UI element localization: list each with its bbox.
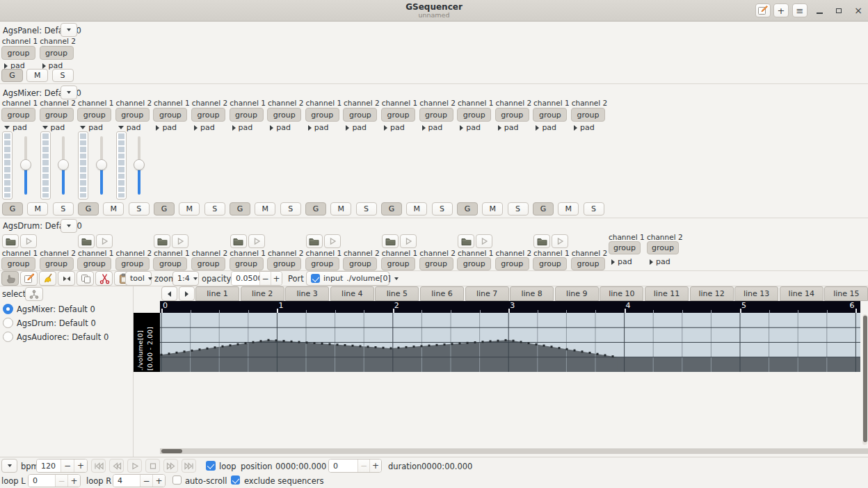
tab-scroll-left-button[interactable]: [161, 286, 177, 301]
slider-handle[interactable]: [134, 159, 145, 170]
pad-expander[interactable]: pad: [308, 123, 329, 132]
tab-scroll-right-button[interactable]: [179, 286, 195, 301]
group-button[interactable]: group: [153, 257, 187, 270]
run-pattern-button[interactable]: [476, 234, 492, 248]
gms-g-button[interactable]: G: [154, 202, 175, 215]
timeline-ruler[interactable]: 0123456: [160, 301, 860, 313]
port-select[interactable]: input ./volume[0]: [306, 271, 389, 286]
group-button[interactable]: group: [419, 108, 453, 122]
group-button[interactable]: group: [343, 108, 377, 122]
gms-s-button[interactable]: S: [280, 202, 301, 215]
pad-expander[interactable]: pad: [460, 123, 481, 132]
gms-s-button[interactable]: S: [432, 202, 453, 215]
group-button[interactable]: group: [343, 257, 377, 270]
group-button[interactable]: group: [457, 257, 491, 270]
gms-g-button[interactable]: G: [78, 202, 99, 215]
horizontal-scrollbar-thumb[interactable]: [161, 449, 182, 453]
volume-slider[interactable]: [18, 131, 33, 200]
output-group-button[interactable]: group: [609, 241, 641, 254]
tab-line-1[interactable]: line 1: [195, 286, 239, 301]
auto-scroll-checkbox[interactable]: [172, 475, 182, 485]
bpm-decrement-button[interactable]: −: [61, 459, 74, 472]
pad-expander[interactable]: pad: [346, 123, 367, 132]
cut-button[interactable]: [95, 271, 113, 286]
radio-unselected-icon[interactable]: [3, 332, 13, 342]
position-decrement-button[interactable]: −: [357, 459, 369, 472]
group-button[interactable]: group: [305, 108, 339, 122]
group-button[interactable]: group: [381, 257, 415, 270]
loop-right-value[interactable]: 4: [113, 475, 140, 487]
position-tool-button[interactable]: [1, 271, 19, 286]
selector-option[interactable]: AgsMixer: Default 0: [0, 303, 132, 316]
pad-expander[interactable]: pad: [498, 123, 519, 132]
copy-button[interactable]: [77, 271, 94, 286]
open-pattern-button[interactable]: [533, 234, 550, 248]
run-pattern-button[interactable]: [96, 234, 113, 248]
pad-expander[interactable]: pad: [611, 257, 632, 266]
open-pattern-button[interactable]: [382, 234, 399, 248]
group-button[interactable]: group: [191, 108, 225, 122]
tab-line-6[interactable]: line 6: [420, 286, 464, 301]
radio-selected-icon[interactable]: [3, 304, 13, 314]
machine-menu-button[interactable]: [61, 219, 77, 233]
vertical-scrollbar-thumb[interactable]: [863, 316, 867, 442]
group-button[interactable]: group: [1, 108, 35, 122]
tool-menu-button[interactable]: tool: [125, 271, 152, 286]
gms-m-button[interactable]: M: [330, 202, 351, 215]
selector-options-button[interactable]: [25, 287, 43, 301]
tab-line-7[interactable]: line 7: [465, 286, 509, 301]
gms-g-button[interactable]: G: [457, 202, 478, 215]
playback-menu-button[interactable]: [1, 459, 17, 473]
run-pattern-button[interactable]: [552, 234, 568, 248]
gms-m-button[interactable]: M: [255, 202, 275, 215]
group-button[interactable]: group: [115, 108, 150, 122]
gms-g-button[interactable]: G: [381, 202, 402, 215]
tab-line-11[interactable]: line 11: [645, 286, 689, 301]
seek-backward-button[interactable]: [109, 459, 124, 473]
tab-line-15[interactable]: line 15: [824, 286, 868, 301]
group-button[interactable]: group: [419, 257, 453, 270]
volume-slider[interactable]: [56, 131, 71, 200]
gms-m-button[interactable]: M: [406, 202, 427, 215]
loop-right-increment-button[interactable]: +: [152, 475, 165, 487]
tab-line-9[interactable]: line 9: [555, 286, 599, 301]
pad-expander[interactable]: pad: [422, 123, 443, 132]
tab-line-5[interactable]: line 5: [375, 286, 419, 301]
selector-option[interactable]: AgsAudiorec: Default 0: [0, 331, 132, 343]
group-button[interactable]: group: [40, 108, 74, 122]
group-button[interactable]: group: [305, 257, 339, 270]
run-pattern-button[interactable]: [400, 234, 417, 248]
position-spin-value[interactable]: 0: [329, 459, 357, 472]
gms-m-button[interactable]: M: [558, 202, 579, 215]
stop-button[interactable]: [145, 459, 160, 473]
gms-g-button[interactable]: G: [533, 202, 554, 215]
group-button[interactable]: group: [267, 108, 301, 122]
gms-s-button[interactable]: S: [508, 202, 529, 215]
gms-s-button[interactable]: S: [204, 202, 225, 215]
machine-menu-button[interactable]: [61, 86, 77, 99]
open-pattern-button[interactable]: [230, 234, 247, 248]
tab-line-4[interactable]: line 4: [330, 286, 374, 301]
position-increment-button[interactable]: +: [369, 459, 381, 472]
open-pattern-button[interactable]: [458, 234, 474, 248]
pad-expander[interactable]: pad: [384, 123, 405, 132]
tab-line-14[interactable]: line 14: [780, 286, 823, 301]
group-button[interactable]: group: [40, 257, 74, 270]
minimize-button[interactable]: [812, 4, 826, 17]
clear-tool-button[interactable]: [39, 271, 56, 286]
radio-unselected-icon[interactable]: [3, 318, 13, 328]
output-group-button[interactable]: group: [647, 241, 679, 254]
edit-notation-button[interactable]: [755, 3, 771, 17]
gms-m-button[interactable]: M: [27, 202, 48, 215]
gms-g-button[interactable]: G: [2, 202, 23, 215]
gms-s-button[interactable]: S: [53, 202, 74, 215]
skip-end-button[interactable]: [182, 459, 196, 473]
tab-line-10[interactable]: line 10: [600, 286, 643, 301]
volume-slider[interactable]: [94, 131, 108, 200]
slider-handle[interactable]: [58, 159, 69, 170]
loop-right-decrement-button[interactable]: −: [140, 475, 152, 487]
volume-slider[interactable]: [132, 131, 147, 200]
machine-menu-button[interactable]: [61, 23, 77, 37]
group-button[interactable]: group: [1, 257, 35, 270]
gms-m-button[interactable]: M: [26, 69, 48, 82]
